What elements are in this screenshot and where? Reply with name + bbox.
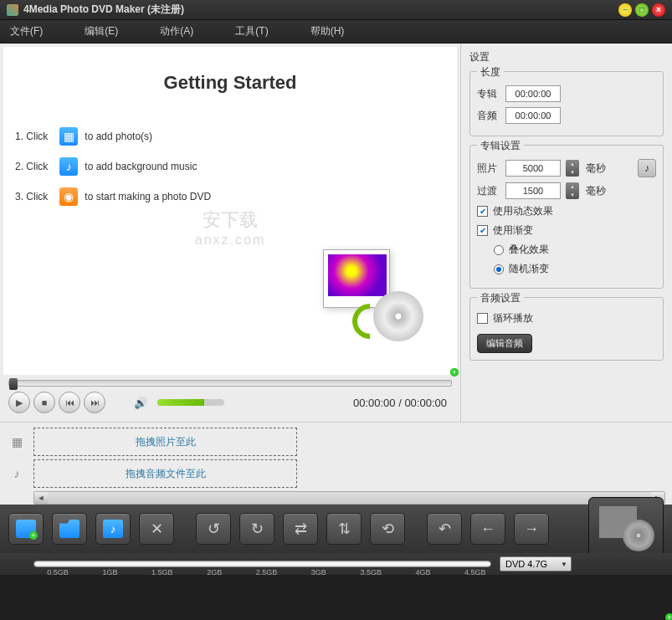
titlebar: 4Media Photo DVD Maker (未注册) – □ × (0, 0, 672, 20)
menu-help[interactable]: 帮助(H) (310, 24, 345, 38)
add-photo-button[interactable]: + (8, 513, 44, 545)
use-fade-checkbox[interactable]: ✔ (477, 225, 488, 236)
tick-5: 3GB (304, 568, 334, 576)
prev-button[interactable]: ⏮ (59, 392, 80, 413)
audio-duration-value: 00:00:00 (505, 107, 561, 124)
step-2: 2. Click ♪+ to add background music (15, 157, 457, 176)
scrubber[interactable] (3, 378, 457, 387)
time-display: 00:00:00 / 00:00:00 (353, 397, 447, 409)
tick-1: 1GB (95, 568, 125, 576)
capacity-bar: 0.5GB 1GB 1.5GB 2GB 2.5GB 3GB 3.5GB 4GB … (0, 553, 672, 575)
tick-3: 2GB (199, 568, 229, 576)
next-button[interactable]: ⏭ (84, 392, 105, 413)
scrub-handle[interactable] (9, 378, 18, 390)
transition-ms-input[interactable]: 1500 (505, 182, 561, 199)
menu-tools[interactable]: 工具(T) (235, 24, 268, 38)
canvas-artwork (323, 249, 423, 341)
loop-label: 循环播放 (493, 311, 533, 325)
maximize-button[interactable]: □ (635, 3, 649, 17)
menu-file[interactable]: 文件(F) (10, 24, 43, 38)
capacity-track (33, 561, 491, 567)
minimize-button[interactable]: – (618, 3, 632, 17)
refresh-button[interactable]: ⟲ (370, 513, 405, 545)
photo-ms-spinner[interactable]: ▲▼ (566, 160, 579, 177)
photo-ms-unit: 毫秒 (586, 161, 606, 176)
watermark-line2: anxz.com (195, 233, 265, 248)
timeline-photo-icon: ▦ (7, 432, 27, 452)
tick-2: 1.5GB (147, 568, 177, 576)
use-motion-label: 使用动态效果 (493, 204, 553, 218)
preview-column: Getting Started 1. Click ▦+ to add photo… (0, 44, 460, 422)
app-icon (7, 4, 18, 16)
music-settings-button[interactable]: ♪ (638, 159, 656, 177)
transport-bar: ▶ ■ ⏮ ⏭ 🔊 00:00:00 / 00:00:00 (3, 387, 457, 418)
volume-icon: 🔊 (134, 397, 147, 409)
stop-button[interactable]: ■ (33, 392, 55, 413)
duration-fieldset: 长度 专辑 00:00:00 音频 00:00:00 (469, 71, 664, 136)
transition-ms-unit: 毫秒 (586, 184, 606, 198)
step-3-text: to start making a photo DVD (85, 191, 211, 202)
burn-disc-button[interactable] (588, 497, 664, 561)
burn-dvd-icon: ◉ (59, 187, 78, 206)
swap-vertical-button[interactable]: ⇅ (326, 513, 362, 545)
preview-canvas: Getting Started 1. Click ▦+ to add photo… (3, 47, 457, 375)
step-3: 3. Click ◉ to start making a photo DVD (15, 187, 457, 206)
random-fade-radio[interactable] (494, 264, 504, 274)
delete-button[interactable]: ✕ (139, 513, 174, 545)
menu-action[interactable]: 动作(A) (160, 24, 193, 38)
close-button[interactable]: × (652, 3, 665, 17)
transition-ms-label: 过渡 (477, 184, 500, 198)
overlap-radio[interactable] (494, 245, 504, 255)
menu-edit[interactable]: 编辑(E) (85, 24, 118, 38)
window-title: 4Media Photo DVD Maker (未注册) (23, 3, 618, 17)
random-fade-label: 随机渐变 (509, 262, 549, 276)
loop-checkbox[interactable] (477, 313, 488, 324)
album-settings-fieldset: 专辑设置 照片 5000 ▲▼ 毫秒 ♪ 过渡 1500 ▲▼ 毫秒 ✔ 使用动… (469, 145, 664, 289)
album-duration-label: 专辑 (477, 87, 500, 101)
undo-button[interactable]: ↶ (427, 513, 462, 545)
audio-duration-label: 音频 (477, 109, 500, 123)
add-photo-icon: ▦+ (59, 127, 78, 146)
window-buttons: – □ × (618, 3, 665, 17)
transition-ms-spinner[interactable]: ▲▼ (566, 182, 579, 199)
album-duration-value: 00:00:00 (505, 85, 561, 102)
step-1: 1. Click ▦+ to add photo(s) (15, 127, 457, 146)
timeline-scrollbar[interactable]: ◄ ► (33, 491, 665, 505)
overlap-label: 叠化效果 (509, 243, 549, 257)
swap-horizontal-button[interactable]: ⇄ (283, 513, 318, 545)
edit-audio-button[interactable]: 编辑音频 (477, 334, 532, 353)
step-2-text: to add background music (85, 161, 197, 172)
dvd-size-select[interactable]: DVD 4.7G (500, 556, 572, 571)
rotate-cw-button[interactable]: ↻ (239, 513, 274, 545)
album-settings-legend: 专辑设置 (477, 139, 524, 153)
timeline-photo-dropzone[interactable]: 拖拽照片至此 (33, 428, 297, 456)
photo-ms-input[interactable]: 5000 (505, 160, 561, 177)
photo-ms-label: 照片 (477, 161, 500, 176)
step-3-prefix: 3. Click (15, 191, 48, 202)
add-folder-button[interactable] (52, 513, 87, 545)
move-left-button[interactable]: ← (470, 513, 505, 545)
audio-settings-fieldset: 音频设置 循环播放 编辑音频 (469, 297, 664, 361)
main-area: Getting Started 1. Click ▦+ to add photo… (0, 44, 672, 422)
settings-panel: 设置 长度 专辑 00:00:00 音频 00:00:00 专辑设置 照片 50… (460, 44, 672, 422)
add-music-icon: ♪+ (59, 157, 78, 176)
menubar: 文件(F) 编辑(E) 动作(A) 工具(T) 帮助(H) (0, 20, 672, 44)
step-2-prefix: 2. Click (15, 161, 48, 172)
volume-slider[interactable] (157, 399, 224, 406)
timeline-audio-dropzone[interactable]: 拖拽音频文件至此 (33, 459, 297, 488)
add-music-button[interactable]: ♪+ (95, 513, 131, 545)
timeline-audio-icon: ♪ (7, 464, 27, 484)
settings-title: 设置 (469, 50, 664, 64)
scroll-left-button[interactable]: ◄ (34, 492, 48, 504)
move-right-button[interactable]: → (514, 513, 549, 545)
watermark: 安下载 anxz.com (195, 208, 265, 248)
watermark-line1: 安下载 (195, 208, 265, 233)
play-button[interactable]: ▶ (8, 392, 30, 413)
tick-8: 4.5GB (460, 568, 490, 576)
use-motion-checkbox[interactable]: ✔ (477, 206, 488, 217)
timeline: ▦ 拖拽照片至此 ♪ 拖拽音频文件至此 ◄ ► (0, 422, 672, 505)
bottom-toolbar: + ♪+ ✕ ↺ ↻ ⇄ ⇅ ⟲ ↶ ← → (0, 505, 672, 553)
step-1-prefix: 1. Click (15, 131, 48, 142)
tick-0: 0.5GB (43, 568, 73, 576)
rotate-ccw-button[interactable]: ↺ (196, 513, 231, 545)
